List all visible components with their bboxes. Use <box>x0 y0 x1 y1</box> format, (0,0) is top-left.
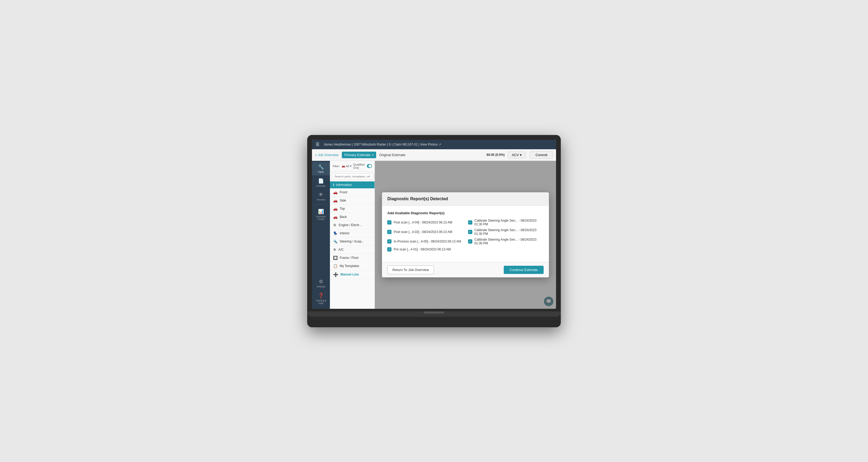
nav-templates-label: My Templates <box>340 264 359 268</box>
chevron-down-icon: ▾ <box>372 153 373 156</box>
info-icon: ℹ <box>333 183 334 187</box>
nav-side-label: Side <box>340 198 346 202</box>
primary-estimate-dropdown[interactable]: Primary Estimate ▾ <box>342 152 376 158</box>
nav-item-top[interactable]: 🚗 Top <box>330 205 375 213</box>
nav-item-steering[interactable]: 🔩 Steering / Susp... <box>330 238 375 246</box>
qualified-only-label: Qualified Only <box>353 163 365 169</box>
qualified-only-toggle[interactable] <box>367 164 372 168</box>
ac-icon: ❄ <box>333 247 336 252</box>
report-row-1: Calibrate Steering Angle Sen... - 08/24/… <box>468 219 544 226</box>
sidebar-item-parts[interactable]: 🔧 Parts <box>312 162 330 175</box>
sidebar-item-settings[interactable]: ⚙ Settings <box>312 277 330 290</box>
report-label-3: Calibrate Steering Angle Sen... - 08/24/… <box>474 228 544 236</box>
report-checkbox-1[interactable] <box>468 220 472 224</box>
frame-icon: 🔲 <box>333 256 338 260</box>
modal-footer: Return To Job Overview Continue Estimate <box>382 262 549 277</box>
commit-button[interactable]: Commit <box>530 151 553 159</box>
back-icon: 🚗 <box>333 215 338 219</box>
primary-estimate-label: Primary Estimate <box>344 153 371 157</box>
acv-price: $0.00 (0.0%) <box>487 153 505 157</box>
top-icon: 🚗 <box>333 207 338 211</box>
original-estimate-label: Original Estimate <box>379 153 405 157</box>
nav-information-label: Information <box>336 183 352 187</box>
filter-dropdown[interactable]: 🚗 All ▾ <box>342 164 351 168</box>
steering-icon: 🔩 <box>333 239 338 244</box>
diagnostic-modal: Diagnostic Report(s) Detected Add Availa… <box>382 192 549 277</box>
templates-icon: 📋 <box>333 264 338 268</box>
return-to-job-overview-button[interactable]: Return To Job Overview <box>387 266 434 274</box>
acv-button[interactable]: ACV ▾ <box>508 152 526 158</box>
report-row-4: In-Process scan [...4-05] - 08/24/2023 0… <box>387 238 463 245</box>
sidebar-estimate-label: Estimate <box>316 185 326 187</box>
nav-item-manual-line[interactable]: ➕ Manual Line <box>330 270 375 279</box>
report-label-6: Pre scan [...4-01] - 08/24/2023 06:13 AM <box>394 247 451 251</box>
parts-icon: 🔧 <box>318 164 324 170</box>
front-icon: 🚗 <box>333 190 338 194</box>
laptop-notch <box>424 311 444 313</box>
sidebar-item-preview[interactable]: 👁 Preview <box>312 190 330 203</box>
filter-label: Filter: <box>333 164 340 168</box>
nav-item-front[interactable]: 🚗 Front <box>330 188 375 196</box>
parts-nav: ℹ Information 🚗 Front 🚗 Side 🚗 Top <box>330 182 375 309</box>
report-checkbox-0[interactable] <box>387 220 392 224</box>
left-sidebar: 🔧 Parts 📄 Estimate 👁 Preview 📊 Estimate … <box>312 161 330 309</box>
filter-value: All <box>346 164 349 168</box>
nav-item-templates[interactable]: 📋 My Templates <box>330 262 375 270</box>
nav-back-label: Back <box>340 215 347 219</box>
sidebar-item-estimate[interactable]: 📄 Estimate <box>312 176 330 189</box>
estimate-icon: 📄 <box>318 178 324 184</box>
nav-item-back[interactable]: 🚗 Back <box>330 213 375 221</box>
report-checkbox-3[interactable] <box>468 230 472 234</box>
search-bar: 🔍 <box>330 172 375 182</box>
sidebar-bottom: ⚙ Settings ❓ Training & Help <box>312 277 330 309</box>
sidebar-item-estimate-profile[interactable]: 📊 Estimate Profile <box>312 207 330 223</box>
sidebar-help-label: Training & Help <box>313 299 329 305</box>
nav-item-frame[interactable]: 🔲 Frame / Floor <box>330 254 375 262</box>
nav-engine-label: Engine / Electr... <box>339 223 362 227</box>
nav-frame-label: Frame / Floor <box>340 256 359 260</box>
acv-label: ACV <box>512 153 519 157</box>
nav-item-interior[interactable]: 💺 Interior <box>330 229 375 238</box>
report-checkbox-5[interactable] <box>468 239 472 244</box>
content-area: ◀ 🚗 Diagnostic Report(s) Detected <box>375 161 556 309</box>
nav-interior-label: Interior <box>340 232 349 235</box>
nav-item-information[interactable]: ℹ Information <box>330 182 375 188</box>
modal-overlay: Diagnostic Report(s) Detected Add Availa… <box>375 161 556 309</box>
report-row-6: Pre scan [...4-01] - 08/24/2023 06:13 AM <box>387 247 463 251</box>
search-input[interactable] <box>332 174 373 179</box>
nav-item-ac[interactable]: ❄ A/C <box>330 246 375 254</box>
hamburger-icon[interactable]: ☰ <box>316 142 319 147</box>
side-icon: 🚗 <box>333 198 338 203</box>
laptop-base <box>307 311 561 317</box>
continue-estimate-button[interactable]: Continue Estimate <box>504 266 544 274</box>
sidebar-settings-label: Settings <box>317 285 326 288</box>
engine-icon: ⚙ <box>333 223 337 227</box>
nav-bar: Job Overview Primary Estimate ▾ Original… <box>312 149 556 161</box>
interior-icon: 💺 <box>333 231 338 235</box>
nav-top-label: Top <box>340 207 345 211</box>
report-checkbox-6[interactable] <box>387 247 392 251</box>
top-bar-title: James Heatherman | 2007 Mitsubishi Raide… <box>323 143 441 146</box>
car-filter-icon: 🚗 <box>342 164 345 168</box>
report-checkbox-4[interactable] <box>387 239 392 244</box>
report-label-0: Post scan [...4-04] - 08/24/2023 06:13 A… <box>394 221 452 224</box>
acv-chevron-icon: ▾ <box>520 153 522 157</box>
screen: ☰ James Heatherman | 2007 Mitsubishi Rai… <box>312 140 556 309</box>
sidebar-estimate-profile-label: Estimate Profile <box>313 215 329 221</box>
nav-front-label: Front <box>340 190 347 194</box>
nav-item-side[interactable]: 🚗 Side <box>330 196 375 205</box>
top-bar: ☰ James Heatherman | 2007 Mitsubishi Rai… <box>312 140 556 149</box>
report-checkbox-2[interactable] <box>387 230 392 234</box>
report-row-5: Calibrate Steering Angle Sen... - 08/24/… <box>468 238 544 245</box>
sidebar-item-help[interactable]: ❓ Training & Help <box>312 290 330 307</box>
modal-body: Add Available Diagnostic Report(s) Post … <box>382 206 549 262</box>
laptop-shell: ☰ James Heatherman | 2007 Mitsubishi Rai… <box>307 135 561 327</box>
nav-ac-label: A/C <box>338 248 344 251</box>
filter-chevron-icon: ▾ <box>350 164 351 168</box>
main-layout: 🔧 Parts 📄 Estimate 👁 Preview 📊 Estimate … <box>312 161 556 309</box>
help-icon: ❓ <box>318 293 324 299</box>
checkbox-grid: Post scan [...4-04] - 08/24/2023 06:13 A… <box>387 219 544 251</box>
job-overview-link[interactable]: Job Overview <box>315 152 339 158</box>
nav-steering-label: Steering / Susp... <box>340 240 364 243</box>
nav-item-engine[interactable]: ⚙ Engine / Electr... <box>330 221 375 229</box>
